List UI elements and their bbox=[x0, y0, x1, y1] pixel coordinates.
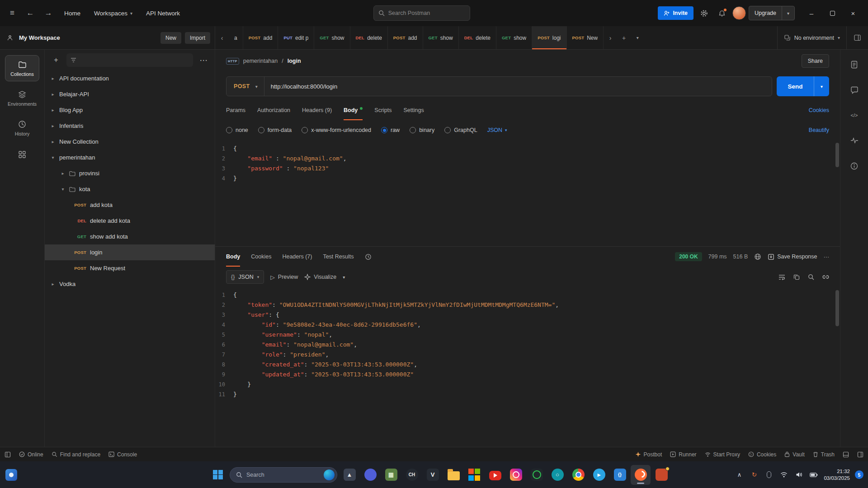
avatar[interactable] bbox=[732, 6, 746, 20]
taskbar-search-input[interactable] bbox=[246, 472, 320, 478]
request-tab[interactable]: GETshow bbox=[314, 26, 350, 49]
sync-icon[interactable]: ↻ bbox=[749, 471, 759, 478]
cookies-link[interactable]: Cookies bbox=[809, 100, 829, 120]
response-more-icon[interactable]: ⋯ bbox=[824, 253, 830, 260]
chevron-right-icon[interactable]: ▸ bbox=[50, 123, 56, 128]
response-history-icon[interactable] bbox=[365, 247, 372, 267]
tab-options-chevron-icon[interactable]: ▾ bbox=[631, 26, 644, 49]
environment-selector[interactable]: No environment ▾ bbox=[777, 26, 846, 49]
request-tab[interactable]: DELdelete bbox=[459, 26, 496, 49]
telegram-icon[interactable]: ▸ bbox=[589, 465, 609, 485]
chevron-right-icon[interactable]: ▸ bbox=[50, 92, 56, 97]
back-icon[interactable]: ← bbox=[23, 5, 38, 21]
close-button[interactable]: × bbox=[843, 0, 863, 26]
sidebar-item-login[interactable]: POSTlogin bbox=[45, 244, 215, 260]
tab-scripts[interactable]: Scripts bbox=[374, 100, 392, 120]
sidebar-item-vodka[interactable]: ▸Vodka bbox=[45, 276, 215, 292]
volume-icon[interactable] bbox=[794, 472, 804, 478]
notifications-bell-icon[interactable] bbox=[714, 5, 730, 21]
search-in-response-icon[interactable] bbox=[808, 274, 814, 280]
request-tab[interactable]: DELdelete bbox=[350, 26, 388, 49]
body-mode-form-data[interactable]: form-data bbox=[258, 127, 292, 133]
workspace-title[interactable]: My Workspace bbox=[19, 34, 60, 41]
request-tab[interactable]: GETshow bbox=[496, 26, 532, 49]
chevron-right-icon[interactable]: ▸ bbox=[50, 282, 56, 286]
raw-language-selector[interactable]: JSON ▾ bbox=[487, 127, 507, 133]
toggle-sidebar-icon[interactable] bbox=[5, 451, 11, 458]
settings-gear-icon[interactable] bbox=[696, 5, 712, 21]
widgets-icon[interactable] bbox=[5, 469, 17, 481]
wifi-icon[interactable] bbox=[779, 472, 789, 478]
rail-collections[interactable]: Collections bbox=[5, 55, 39, 81]
request-tab[interactable]: POSTadd bbox=[388, 26, 423, 49]
postbot-button[interactable]: Postbot bbox=[635, 451, 662, 458]
body-mode-binary[interactable]: binary bbox=[410, 127, 434, 133]
notification-count-badge[interactable]: 5 bbox=[855, 470, 863, 479]
visualize-button[interactable]: Visualize bbox=[304, 274, 336, 280]
minecraft-icon[interactable]: ▦ bbox=[381, 465, 401, 485]
phone-link-icon[interactable] bbox=[360, 465, 380, 485]
copy-icon[interactable] bbox=[793, 274, 800, 280]
chevron-right-icon[interactable]: ▸ bbox=[60, 171, 66, 176]
request-tab[interactable]: PUTedit p bbox=[278, 26, 314, 49]
documentation-icon[interactable] bbox=[848, 58, 861, 71]
microsoft-app-icon[interactable] bbox=[464, 465, 484, 485]
youtube-icon[interactable] bbox=[485, 465, 505, 485]
sidebar-item-infentaris[interactable]: ▸Infentaris bbox=[45, 118, 215, 134]
chevron-right-icon[interactable]: ▸ bbox=[50, 76, 56, 81]
chevron-right-icon[interactable]: ▸ bbox=[50, 108, 56, 113]
request-tab[interactable]: POSTNew bbox=[567, 26, 604, 49]
import-button[interactable]: Import bbox=[185, 32, 210, 44]
sidebar-item-add-kota[interactable]: POSTadd kota bbox=[45, 197, 215, 213]
sidebar-item-belajar-api[interactable]: ▸Belajar-API bbox=[45, 86, 215, 102]
response-tab-body[interactable]: Body bbox=[226, 247, 240, 267]
share-button[interactable]: Share bbox=[802, 54, 829, 68]
sidebar-item-new-collection[interactable]: ▸New Collection bbox=[45, 134, 215, 150]
rail-history[interactable]: History bbox=[5, 115, 39, 141]
taskbar-search[interactable] bbox=[230, 467, 337, 483]
forward-icon[interactable]: → bbox=[41, 5, 56, 21]
request-tab[interactable]: POSTlogi bbox=[532, 26, 566, 49]
new-tab-icon[interactable]: + bbox=[617, 26, 631, 49]
sidebar-search[interactable] bbox=[66, 53, 193, 67]
maximize-button[interactable] bbox=[822, 0, 843, 26]
vault-button[interactable]: Vault bbox=[784, 451, 804, 458]
response-scrollbar[interactable] bbox=[835, 290, 839, 444]
response-tab-test-results[interactable]: Test Results bbox=[323, 247, 354, 267]
start-button[interactable] bbox=[208, 465, 227, 484]
send-button[interactable]: Send bbox=[777, 76, 814, 96]
pulse-icon[interactable] bbox=[848, 134, 861, 147]
response-tab-headers-7-[interactable]: Headers (7) bbox=[282, 247, 312, 267]
console-button[interactable]: Console bbox=[108, 451, 137, 458]
find-and-replace[interactable]: Find and replace bbox=[52, 451, 100, 458]
request-tab[interactable]: GETshow bbox=[423, 26, 459, 49]
rail-environments[interactable]: Environments bbox=[5, 85, 39, 111]
drop-app-icon[interactable]: ○ bbox=[547, 465, 567, 485]
tab-params[interactable]: Params bbox=[226, 100, 245, 120]
editor-scrollbar[interactable] bbox=[835, 143, 839, 244]
sidebar-item-new-request[interactable]: POSTNew Request bbox=[45, 260, 215, 276]
tab-settings[interactable]: Settings bbox=[404, 100, 424, 120]
format-options-chevron-icon[interactable]: ▾ bbox=[343, 275, 345, 280]
invite-button[interactable]: Invite bbox=[658, 6, 693, 20]
hidden-icons-chevron-icon[interactable]: ∧ bbox=[734, 471, 744, 478]
request-tab[interactable]: a bbox=[229, 26, 243, 49]
device-icon[interactable] bbox=[764, 471, 774, 478]
send-options-chevron-icon[interactable]: ▾ bbox=[814, 76, 829, 96]
chrome-icon[interactable] bbox=[568, 465, 588, 485]
network-globe-icon[interactable] bbox=[754, 253, 761, 260]
body-mode-graphql[interactable]: GraphQL bbox=[444, 127, 477, 133]
link-icon[interactable] bbox=[822, 274, 829, 280]
sidebar-item-pemerintahan[interactable]: ▾pemerintahan bbox=[45, 150, 215, 165]
vscode-icon[interactable]: {} bbox=[610, 465, 630, 485]
menu-icon[interactable]: ≡ bbox=[5, 5, 20, 21]
battery-icon[interactable] bbox=[809, 473, 819, 477]
chevron-right-icon[interactable]: ▸ bbox=[50, 139, 56, 144]
workspace-icon[interactable] bbox=[6, 34, 14, 42]
nav-api-network[interactable]: API Network bbox=[141, 5, 185, 21]
response-body-viewer[interactable]: 1{2 "token": "OWU1ODA4ZTItNDNlYS00MGVjLT… bbox=[215, 287, 840, 447]
breadcrumb-collection[interactable]: pemerintahan bbox=[243, 58, 278, 64]
runner-button[interactable]: Runner bbox=[670, 451, 696, 458]
new-button[interactable]: New bbox=[160, 32, 181, 44]
tab-headers-9-[interactable]: Headers (9) bbox=[302, 100, 332, 120]
